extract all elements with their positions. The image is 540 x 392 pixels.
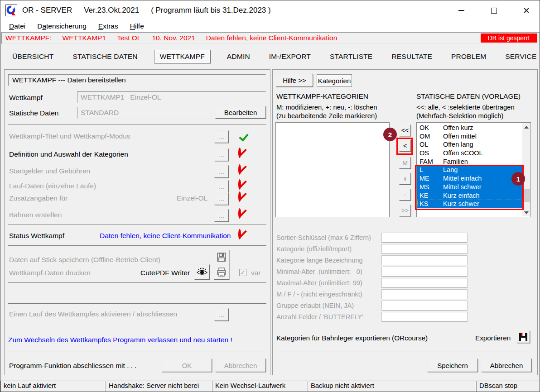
remove-button[interactable]: - xyxy=(399,189,411,201)
left-panel-header: WETTKAMPF --- Daten bereitstellen xyxy=(8,74,266,86)
task-row-0: Wettkampf-Titel und Wettkampf-Modus... xyxy=(5,130,270,143)
task-dots-button[interactable]: ... xyxy=(214,130,229,143)
form-label-0: Sortier-Schlüssel (max 6 Ziffern) xyxy=(276,234,380,241)
print-preview-button[interactable] xyxy=(194,264,210,280)
task-row-1: Definition und Auswahl der Kategorien... xyxy=(5,148,270,161)
blocked-icon xyxy=(238,230,241,238)
tab-service[interactable]: SERVICE xyxy=(499,50,540,63)
maximize-button[interactable] xyxy=(483,3,504,18)
task-label: Startgelder und Gebühren xyxy=(9,167,90,175)
task-dots-button[interactable]: ... xyxy=(214,148,229,161)
var-checkbox[interactable]: ✓ xyxy=(239,269,246,276)
list-item-ms[interactable]: MSMittel schwer xyxy=(417,183,522,191)
form-row-7: Anzahl Felder / 'BUTTERFLY' xyxy=(273,312,537,323)
export-button[interactable] xyxy=(516,330,530,343)
add-button[interactable]: + xyxy=(399,173,411,185)
print-button[interactable] xyxy=(214,264,229,280)
lauf-dots-button[interactable]: ... xyxy=(214,308,229,321)
status-wettkampf-row: Status Wettkampf Daten fehlen, keine Cli… xyxy=(5,230,270,243)
scroll-up-icon[interactable] xyxy=(522,123,530,131)
list-item-fam[interactable]: FAMFamilien xyxy=(417,158,522,166)
tab-startliste[interactable]: STARTLISTE xyxy=(323,50,379,63)
form-row-1: Kategorie (offiziell/Import) xyxy=(273,244,537,255)
form-input-6[interactable] xyxy=(381,301,468,311)
tab-problem[interactable]: PROBLEM xyxy=(445,50,492,63)
divider xyxy=(276,352,531,352)
form-input-1[interactable] xyxy=(381,244,468,254)
tab-im-export[interactable]: IM-/EXPORT xyxy=(263,50,317,63)
scroll-down-icon[interactable] xyxy=(522,209,530,216)
list-item-l[interactable]: LLang xyxy=(417,166,522,174)
transfer-all-left-button[interactable]: << xyxy=(399,124,411,136)
list-item-name: Kurz einfach xyxy=(443,191,480,200)
close-button[interactable]: ✕ xyxy=(516,3,537,18)
tab-statische-daten[interactable]: STATISCHE DATEN xyxy=(66,50,144,63)
list-item-code: OM xyxy=(419,132,443,141)
menu-item-extras[interactable]: Extras xyxy=(93,21,123,31)
export-floppy-icon xyxy=(519,332,528,341)
right-panel: Hilfe >> Kategorien WETTKAMPF-KATEGORIEN… xyxy=(272,69,538,375)
ok-button[interactable]: OK xyxy=(162,359,212,372)
transfer-all-right-button[interactable]: >> xyxy=(399,205,411,216)
speichern-button[interactable]: Speichern xyxy=(427,359,478,372)
transfer-selected-left-button[interactable]: < xyxy=(399,140,411,152)
form-input-4[interactable] xyxy=(381,278,468,288)
list-item-os[interactable]: OSOffen sCOOL xyxy=(417,149,522,158)
cancel-button[interactable]: Abbrechen xyxy=(215,359,266,372)
list-item-ks[interactable]: KSKurz schwer xyxy=(417,200,522,208)
list-item-code: OL xyxy=(419,140,443,149)
statusbar: kein Lauf aktiviertHandshake: Server nic… xyxy=(0,380,540,392)
infobar: WETTKAMPF:WETTKAMP1Test OL10. Nov. 2021D… xyxy=(1,32,540,44)
tab-übersicht[interactable]: ÜBERSICHT xyxy=(6,50,60,63)
scrollbar-thumb[interactable] xyxy=(522,189,530,202)
list-item-ok[interactable]: OKOffen kurz xyxy=(417,124,522,132)
save-to-stick-button[interactable] xyxy=(214,249,229,265)
left-list-hint: M: modifizieren, +: neu, -: löschen (zu … xyxy=(276,103,377,120)
app-window: OR - SERVER Ver.23.Okt.2021 ( Programm l… xyxy=(0,0,540,392)
menu-item-hilfe[interactable]: Hilfe xyxy=(125,21,149,31)
modify-button[interactable]: M xyxy=(399,157,411,169)
minimize-button[interactable] xyxy=(451,3,472,18)
task-dots-button[interactable]: ... xyxy=(214,180,229,193)
list-item-code: ME xyxy=(419,174,443,183)
form-input-3[interactable] xyxy=(381,267,468,277)
task-dots-button[interactable]: ... xyxy=(214,165,229,178)
title-version: Ver.23.Okt.2021 xyxy=(84,6,139,15)
list-item-ke[interactable]: KEKurz einfach xyxy=(417,191,522,200)
divider xyxy=(8,245,266,246)
list-item-me[interactable]: MEMittel einfach xyxy=(417,174,522,183)
form-input-0[interactable] xyxy=(381,233,468,243)
tab-resultate[interactable]: RESULTATE xyxy=(385,50,439,63)
infobar-text: WETTKAMPF:WETTKAMP1Test OL10. Nov. 2021D… xyxy=(2,34,337,42)
statische-daten-listbox[interactable]: OKOffen kurzOMOffen mittelOLOffen langOS… xyxy=(416,122,531,217)
list-item-om[interactable]: OMOffen mittel xyxy=(417,132,522,141)
kategorien-tab[interactable]: Kategorien xyxy=(317,74,352,87)
list-item-code: MS xyxy=(419,183,443,191)
task-dots-button[interactable]: ... xyxy=(214,192,229,205)
blocked-icon xyxy=(238,166,241,173)
scrollbar[interactable] xyxy=(522,123,530,216)
floppy-icon xyxy=(217,252,227,262)
form-input-5[interactable] xyxy=(381,289,468,299)
abbrechen-button[interactable]: Abbrechen xyxy=(481,359,532,372)
menu-item-datei[interactable]: Datei xyxy=(4,21,30,31)
tab-admin[interactable]: ADMIN xyxy=(221,50,256,63)
db-locked-badge: DB ist gesperrt xyxy=(481,33,537,43)
hilfe-button[interactable]: Hilfe >> xyxy=(276,73,313,87)
task-dots-button[interactable]: ... xyxy=(214,209,229,222)
list-item-code: KE xyxy=(419,191,443,200)
blocked-icon xyxy=(238,181,241,188)
form-input-7[interactable] xyxy=(381,312,468,322)
list-item-name: Offen lang xyxy=(443,140,473,149)
task-row-5: Bahnen erstellen... xyxy=(5,209,270,222)
list-item-ol[interactable]: OLOffen lang xyxy=(417,140,522,149)
form-input-2[interactable] xyxy=(381,255,468,265)
tab-wettkampf[interactable]: WETTKAMPF xyxy=(154,50,211,63)
divider xyxy=(8,303,266,304)
menu-item-datensicherung[interactable]: Datensicherung xyxy=(32,21,92,31)
blocked-icon xyxy=(238,149,241,157)
divider xyxy=(8,225,266,225)
bearbeiten-button[interactable]: Bearbeiten xyxy=(215,106,266,119)
wettkampf-kategorien-listbox[interactable] xyxy=(275,122,390,217)
form-label-4: Maximal-Alter (unlimitiert: 99) xyxy=(276,279,380,287)
